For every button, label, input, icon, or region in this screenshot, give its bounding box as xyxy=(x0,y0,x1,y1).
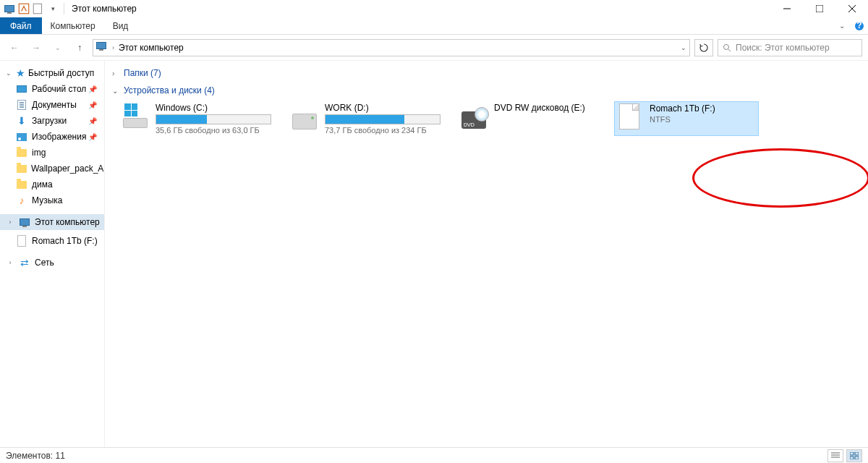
chevron-right-icon: › xyxy=(6,218,14,226)
chevron-down-icon: ⌄ xyxy=(4,69,13,77)
section-folders[interactable]: › Папки (7) xyxy=(112,67,861,80)
drive-windows-c[interactable]: Windows (C:) 35,6 ГБ свободно из 63,0 ГБ xyxy=(121,101,273,136)
nav-item-label: Музыка xyxy=(32,195,62,205)
nav-item-romach[interactable]: Romach 1Tb (F:) xyxy=(0,233,104,249)
drive-romach-f[interactable]: Romach 1Tb (F:) NTFS xyxy=(614,101,759,136)
svg-text:?: ? xyxy=(856,21,861,30)
nav-item-label: Документы xyxy=(32,100,77,110)
folder-icon xyxy=(16,147,27,158)
svg-point-8 xyxy=(724,44,729,49)
download-icon: ⬇ xyxy=(16,115,27,127)
view-details-button[interactable] xyxy=(827,449,843,462)
nav-item-desktop[interactable]: Рабочий стол📌 xyxy=(0,81,104,97)
music-icon: ♪ xyxy=(16,195,27,206)
pin-icon: 📌 xyxy=(88,85,97,93)
window-title: Этот компьютер xyxy=(67,4,137,14)
svg-rect-13 xyxy=(850,452,854,455)
drive-name: Windows (C:) xyxy=(156,103,271,113)
nav-item-label: Изображения xyxy=(32,132,86,142)
folder-icon xyxy=(16,163,27,174)
folder-icon xyxy=(16,179,27,190)
nav-item-label: Wallpaper_pack_An xyxy=(31,163,104,174)
address-bar[interactable]: › Этот компьютер ⌄ xyxy=(93,39,690,56)
pc-icon xyxy=(96,42,108,54)
desktop-icon xyxy=(16,83,27,95)
minimize-button[interactable] xyxy=(770,0,803,17)
section-devices[interactable]: ⌄ Устройства и диски (4) xyxy=(112,84,861,97)
svg-rect-3 xyxy=(816,5,823,12)
capacity-bar xyxy=(156,114,271,124)
nav-item-documents[interactable]: Документы📌 xyxy=(0,97,104,113)
qat-customize-icon[interactable]: ▾ xyxy=(46,2,59,15)
hdd-icon xyxy=(292,103,318,129)
nav-recent-dropdown[interactable]: ⌄ xyxy=(49,39,67,56)
breadcrumb-sep-icon[interactable]: › xyxy=(112,44,114,51)
svg-rect-0 xyxy=(19,4,29,14)
refresh-button[interactable] xyxy=(694,39,713,56)
chevron-down-icon: ⌄ xyxy=(112,87,119,95)
nav-item-label: img xyxy=(32,148,46,158)
separator xyxy=(64,3,64,14)
drive-name: DVD RW дисковод (E:) xyxy=(494,103,595,113)
address-dropdown-icon[interactable]: ⌄ xyxy=(681,44,686,51)
maximize-button[interactable] xyxy=(803,0,835,17)
drives-grid: Windows (C:) 35,6 ГБ свободно из 63,0 ГБ… xyxy=(112,101,861,136)
pin-icon: 📌 xyxy=(88,101,97,109)
os-drive-icon xyxy=(122,103,148,129)
drive-dvd-e[interactable]: DVD DVD RW дисковод (E:) xyxy=(459,101,597,136)
drive-name: Romach 1Tb (F:) xyxy=(650,103,757,114)
image-icon xyxy=(16,131,27,143)
nav-quick-access[interactable]: ⌄ ★ Быстрый доступ xyxy=(0,65,104,81)
chevron-right-icon: › xyxy=(6,259,14,266)
nav-item-label: Romach 1Tb (F:) xyxy=(32,236,98,246)
svg-rect-1 xyxy=(33,4,41,14)
svg-rect-16 xyxy=(855,456,859,459)
ribbon-expand-button[interactable]: ⌄ xyxy=(833,17,851,34)
nav-item-label: Рабочий стол xyxy=(32,84,86,94)
content-area: › Папки (7) ⌄ Устройства и диски (4) Win… xyxy=(105,61,868,447)
nav-quick-access-label: Быстрый доступ xyxy=(28,68,94,78)
titlebar: ▾ Этот компьютер xyxy=(0,0,868,17)
view-tiles-button[interactable] xyxy=(846,449,862,462)
file-tab[interactable]: Файл xyxy=(0,17,42,34)
nav-item-network[interactable]: › ⇄ Сеть xyxy=(0,255,104,271)
nav-forward-button[interactable]: → xyxy=(27,39,45,56)
blank-file-icon xyxy=(16,235,27,247)
status-bar: Элементов: 11 xyxy=(0,447,868,463)
nav-up-button[interactable]: ↑ xyxy=(71,39,88,56)
nav-back-button[interactable]: ← xyxy=(6,39,23,56)
view-switcher xyxy=(827,449,862,462)
dvd-icon: DVD xyxy=(461,103,487,129)
nav-item-img[interactable]: img xyxy=(0,145,104,161)
pc-icon xyxy=(19,216,30,228)
tab-view[interactable]: Вид xyxy=(104,17,137,34)
search-input[interactable]: Поиск: Этот компьютер xyxy=(718,39,862,56)
qat-dropdown-icon[interactable] xyxy=(32,2,45,15)
nav-item-this-pc[interactable]: › Этот компьютер xyxy=(0,214,104,230)
drive-free-text: 73,7 ГБ свободно из 234 ГБ xyxy=(325,126,441,135)
breadcrumb-current[interactable]: Этот компьютер xyxy=(119,43,184,53)
nav-item-images[interactable]: Изображения📌 xyxy=(0,129,104,145)
section-label: Папки (7) xyxy=(124,68,161,78)
nav-item-dima[interactable]: дима xyxy=(0,177,104,192)
nav-item-wallpaper[interactable]: Wallpaper_pack_An xyxy=(0,161,104,177)
pin-icon: 📌 xyxy=(88,133,97,141)
tab-computer[interactable]: Компьютер xyxy=(42,17,104,34)
nav-item-downloads[interactable]: ⬇Загрузки📌 xyxy=(0,113,104,129)
annotation-circle xyxy=(692,148,868,208)
close-button[interactable] xyxy=(835,0,868,17)
nav-item-label: Сеть xyxy=(35,258,54,268)
address-bar-row: ← → ⌄ ↑ › Этот компьютер ⌄ Поиск: Этот к… xyxy=(0,35,868,61)
nav-item-label: Загрузки xyxy=(32,116,67,126)
drive-work-d[interactable]: WORK (D:) 73,7 ГБ свободно из 234 ГБ xyxy=(290,101,442,136)
section-label: Устройства и диски (4) xyxy=(124,85,215,95)
nav-item-music[interactable]: ♪Музыка xyxy=(0,192,104,208)
svg-rect-15 xyxy=(850,456,854,459)
navigation-pane: ⌄ ★ Быстрый доступ Рабочий стол📌 Докумен… xyxy=(0,61,105,447)
qat-properties-icon[interactable] xyxy=(17,2,30,15)
pin-icon: 📌 xyxy=(88,117,97,125)
status-item-count: Элементов: 11 xyxy=(6,451,65,461)
quick-access-toolbar: ▾ xyxy=(0,2,67,15)
file-icon xyxy=(616,103,642,129)
help-button[interactable]: ? xyxy=(851,17,868,34)
